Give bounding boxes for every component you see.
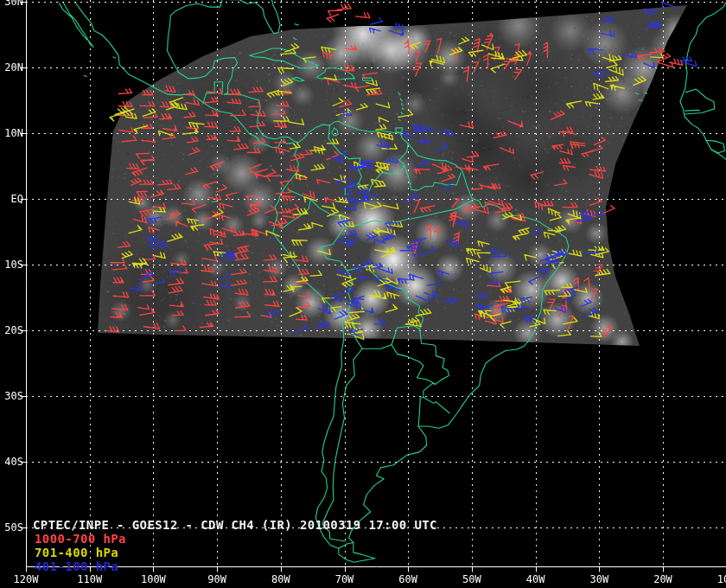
map-title: CPTEC/INPE - GOES12 - CDW CH4 (IR) 20100…	[33, 518, 437, 532]
lat-tick-label: 30N	[0, 0, 23, 7]
legend-item-low-level: 1000-700 hPa	[35, 532, 126, 546]
lat-tick-label: 10N	[0, 128, 23, 138]
legend-item-high-level: 401-100 hPa	[35, 559, 118, 573]
lon-tick-label: 60W	[398, 574, 417, 585]
lon-tick-label: 90W	[207, 574, 226, 585]
lat-tick-label: 10S	[0, 259, 23, 270]
lon-tick-label: 100W	[141, 574, 166, 585]
lon-tick-label: 120W	[14, 574, 39, 585]
lon-tick-label: 80W	[271, 574, 290, 585]
lon-tick-label: 30W	[589, 574, 608, 585]
lat-tick-label: 40S	[0, 457, 23, 467]
legend-item-mid-level: 701-400 hPa	[35, 546, 118, 559]
lon-tick-label: 50W	[462, 574, 481, 585]
satellite-wind-map: 30N20N10NEQ10S20S30S40S50S 120W110W100W9…	[0, 0, 726, 588]
lon-tick-label: 40W	[526, 574, 545, 585]
lon-tick-label: 110W	[77, 574, 102, 585]
lat-tick-label: 20S	[0, 325, 23, 336]
lon-tick-label: 20W	[653, 574, 672, 585]
satellite-map-canvas	[0, 0, 726, 588]
lat-tick-label: EQ	[0, 194, 23, 204]
lat-tick-label: 50S	[0, 522, 23, 533]
lon-tick-label: 70W	[335, 574, 354, 585]
lat-tick-label: 20N	[0, 62, 23, 73]
lon-tick-label: 10W	[717, 574, 726, 585]
lat-tick-label: 30S	[0, 391, 23, 401]
